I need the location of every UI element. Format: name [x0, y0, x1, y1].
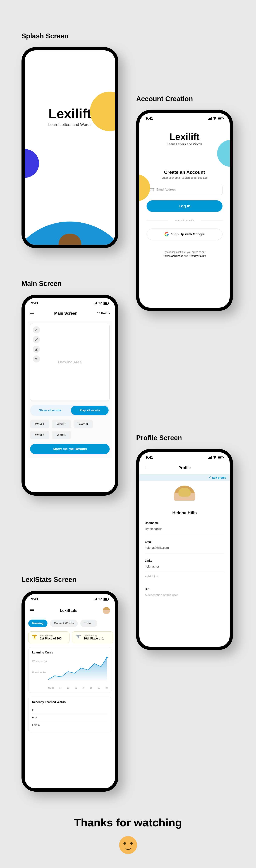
- points-badge: 16 Points: [97, 312, 110, 315]
- create-account-subtext: Enter your email to sign up for this app: [147, 176, 222, 179]
- status-bar: 9:41: [139, 452, 230, 461]
- signal-icon: [94, 301, 97, 305]
- recent-word-item[interactable]: Lorem: [32, 721, 108, 728]
- thanks-heading: Thanks for watching: [0, 816, 256, 829]
- pencil-tool[interactable]: [33, 326, 40, 334]
- trophy-gold-icon: [31, 634, 38, 641]
- account-screen: 9:41 Lexilift Learn Letters and Words Cr…: [136, 110, 233, 311]
- x-label: 29: [98, 687, 100, 689]
- battery-icon: [103, 302, 109, 305]
- profile-screen: 9:41 ← Profile Edit profile Helena Hills…: [136, 449, 233, 650]
- eraser-tool[interactable]: [33, 346, 40, 353]
- daily-ranking-card: Daily Ranking10th Place of 1: [72, 631, 113, 643]
- pencil-icon: [209, 476, 211, 479]
- play-all-words-button[interactable]: Play all words: [71, 406, 109, 415]
- recent-word-item[interactable]: El: [32, 706, 108, 714]
- mail-icon: [150, 188, 154, 191]
- menu-button[interactable]: [30, 312, 34, 315]
- x-label: 26: [75, 687, 77, 689]
- section-label-stats: LexiStats Screen: [22, 576, 118, 584]
- learning-curve-card: Learning Curve 100 words per day 50 word…: [28, 647, 111, 693]
- divider-text: or continue with: [147, 219, 222, 222]
- battery-icon: [103, 598, 109, 600]
- username-label: Username: [145, 522, 224, 525]
- word-chip[interactable]: Word 4: [30, 431, 49, 439]
- email-field[interactable]: [147, 184, 222, 195]
- y-label-50: 50 words per day: [32, 671, 46, 673]
- page-title: LexiStats: [60, 608, 77, 613]
- username-value[interactable]: @helenahills: [145, 527, 224, 534]
- wifi-icon: [98, 597, 102, 601]
- drawing-placeholder: Drawing Area: [58, 360, 82, 365]
- recent-word-item[interactable]: ELA: [32, 714, 108, 721]
- section-label-main: Main Screen: [22, 280, 118, 287]
- add-link-button[interactable]: + Add link: [145, 572, 224, 582]
- word-chip[interactable]: Word 3: [74, 420, 93, 428]
- menu-button[interactable]: [30, 609, 34, 612]
- decor-circle-blue: [22, 149, 39, 178]
- signal-icon: [94, 597, 97, 601]
- recent-words-card: Recently Learned Words El ELA Lorem: [28, 697, 111, 733]
- link-value[interactable]: helena.net: [145, 565, 224, 572]
- x-label: Mar 23: [48, 687, 54, 689]
- section-label-splash: Splash Screen: [22, 32, 118, 40]
- tab-ranking[interactable]: Ranking: [28, 620, 47, 627]
- word-chip[interactable]: Word 5: [52, 431, 71, 439]
- lexistats-screen: 9:41 LexiStats Ranking Correct Words Tod…: [22, 591, 118, 792]
- y-label-100: 100 words per day: [32, 660, 47, 662]
- word-chip[interactable]: Word 1: [30, 420, 49, 428]
- battery-icon: [218, 117, 223, 120]
- login-button[interactable]: Log In: [147, 200, 222, 212]
- word-chip[interactable]: Word 2: [52, 420, 71, 428]
- splash-screen: Lexilift Learn Letters and Words: [22, 47, 118, 248]
- status-time: 9:41: [146, 116, 153, 121]
- status-bar: 9:41: [139, 113, 230, 122]
- drawing-area[interactable]: Drawing Area: [30, 323, 110, 401]
- signal-icon: [208, 116, 212, 121]
- status-time: 9:41: [31, 301, 38, 305]
- wifi-icon: [213, 116, 217, 121]
- profile-name: Helena Hills: [139, 510, 230, 515]
- page-title: Main Screen: [54, 311, 78, 316]
- learning-curve-chart: [48, 657, 108, 681]
- links-label: Links: [145, 559, 224, 562]
- wifi-icon: [213, 456, 217, 460]
- section-label-profile: Profile Screen: [136, 434, 233, 442]
- x-label: 25: [67, 687, 69, 689]
- svg-point-0: [106, 657, 108, 658]
- profile-avatar-small[interactable]: [103, 607, 110, 614]
- google-signup-label: Sign Up with Google: [171, 232, 205, 236]
- signal-icon: [208, 456, 212, 460]
- create-account-heading: Create an Account: [147, 169, 222, 175]
- x-label: 27: [83, 687, 84, 689]
- tab-todo[interactable]: Todo...: [80, 620, 97, 627]
- email-value[interactable]: helena@hills.com: [145, 546, 224, 553]
- x-label: 30: [106, 687, 108, 689]
- google-logo-icon: [164, 232, 169, 237]
- x-label: 24: [60, 687, 62, 689]
- tos-link[interactable]: Terms of Service: [163, 254, 183, 257]
- privacy-link[interactable]: Privacy Policy: [189, 254, 206, 257]
- main-screen: 9:41 Main Screen 16 Points Drawing Area: [22, 295, 118, 496]
- battery-icon: [218, 456, 223, 459]
- recent-words-title: Recently Learned Words: [32, 701, 108, 704]
- hero-child-illustration: [41, 236, 99, 248]
- agreement-text: By clicking continue, you agree to our T…: [147, 250, 222, 258]
- status-time: 9:41: [146, 456, 153, 460]
- email-input[interactable]: [156, 188, 219, 191]
- chart-title: Learning Curve: [32, 651, 108, 654]
- tab-correct-words[interactable]: Correct Words: [50, 620, 78, 627]
- show-results-button[interactable]: Show me the Results: [30, 444, 110, 454]
- bio-field[interactable]: A description of this user: [145, 593, 224, 600]
- wifi-icon: [98, 301, 102, 305]
- show-all-words-button[interactable]: Show all words: [31, 406, 69, 415]
- smiley-emoji-icon: [119, 836, 137, 854]
- brush-tool[interactable]: [33, 336, 40, 343]
- undo-tool[interactable]: [33, 355, 40, 363]
- email-label: Email: [145, 540, 224, 544]
- x-label: 28: [90, 687, 92, 689]
- profile-avatar[interactable]: [174, 486, 195, 507]
- edit-profile-button[interactable]: Edit profile: [209, 476, 226, 479]
- status-bar: 9:41: [25, 298, 115, 307]
- google-signup-button[interactable]: Sign Up with Google: [147, 228, 222, 240]
